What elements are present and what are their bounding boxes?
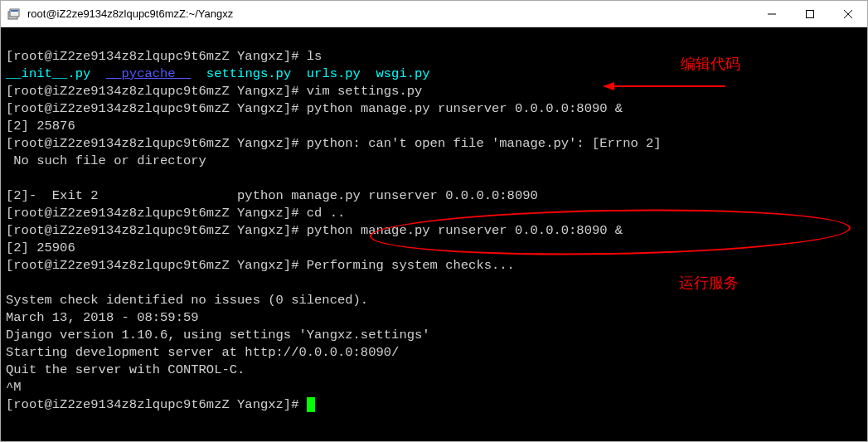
- python-error: python: can't open file 'manage.py': [Er…: [307, 136, 662, 151]
- svg-rect-2: [11, 10, 18, 12]
- django-line: Django version 1.10.6, using settings 'Y…: [6, 328, 430, 342]
- cmd-vim: vim settings.py: [307, 84, 423, 99]
- svg-rect-4: [807, 10, 814, 17]
- prompt: [root@iZ2ze9134z8zlqupc9t6mzZ Yangxz]#: [6, 84, 298, 99]
- ls-output-rest: settings.py urls.py wsgi.py: [191, 66, 429, 81]
- exit-left: [2]- Exit 2: [6, 188, 99, 203]
- date-line: March 13, 2018 - 08:59:59: [6, 310, 199, 325]
- performing: Performing system checks...: [307, 258, 515, 273]
- system-check: System check identified no issues (0 sil…: [6, 293, 368, 308]
- titlebar: root@iZ2ze9134z8zlqupc9t6mzZ:~/Yangxz: [1, 1, 867, 27]
- svg-marker-8: [603, 82, 614, 90]
- cmd-runserver-2: python manage.py runserver 0.0.0.0:8090 …: [307, 223, 623, 238]
- job-2a: [2] 25876: [6, 119, 75, 134]
- prompt: [root@iZ2ze9134z8zlqupc9t6mzZ Yangxz]#: [6, 258, 298, 273]
- prompt: [root@iZ2ze9134z8zlqupc9t6mzZ Yangxz]#: [6, 397, 298, 412]
- minimize-button[interactable]: [753, 1, 791, 27]
- cmd-runserver-1: python manage.py runserver 0.0.0.0:8090 …: [307, 101, 623, 116]
- prompt: [root@iZ2ze9134z8zlqupc9t6mzZ Yangxz]#: [6, 49, 298, 64]
- ls-output-pycache: __pycache__: [106, 66, 191, 81]
- ls-output-init: __init__.py: [6, 66, 90, 81]
- terminal-window: root@iZ2ze9134z8zlqupc9t6mzZ:~/Yangxz [r…: [0, 0, 868, 442]
- close-button[interactable]: [829, 1, 867, 27]
- terminal-content[interactable]: [root@iZ2ze9134z8zlqupc9t6mzZ Yangxz]# l…: [1, 27, 867, 441]
- cmd-ls: ls: [307, 49, 322, 64]
- prompt: [root@iZ2ze9134z8zlqupc9t6mzZ Yangxz]#: [6, 101, 298, 116]
- cmd-cd: cd ..: [307, 206, 346, 221]
- nofile-error: No such file or directory: [6, 153, 206, 168]
- exit-right: python manage.py runserver 0.0.0.0:8090: [237, 188, 538, 203]
- annotation-run-service: 运行服务: [679, 274, 739, 292]
- cursor: [307, 397, 315, 412]
- starting-line: Starting development server at http://0.…: [6, 345, 399, 360]
- job-2b: [2] 25906: [6, 240, 75, 255]
- window-title: root@iZ2ze9134z8zlqupc9t6mzZ:~/Yangxz: [27, 7, 753, 20]
- annotation-edit-code: 编辑代码: [681, 56, 740, 73]
- caret-m: ^M: [6, 380, 22, 395]
- quit-line: Quit the server with CONTROL-C.: [6, 362, 245, 377]
- prompt: [root@iZ2ze9134z8zlqupc9t6mzZ Yangxz]#: [6, 136, 298, 151]
- maximize-button[interactable]: [791, 1, 829, 27]
- prompt: [root@iZ2ze9134z8zlqupc9t6mzZ Yangxz]#: [6, 223, 298, 238]
- app-icon: [6, 6, 22, 22]
- prompt: [root@iZ2ze9134z8zlqupc9t6mzZ Yangxz]#: [6, 206, 298, 221]
- window-controls: [753, 1, 867, 27]
